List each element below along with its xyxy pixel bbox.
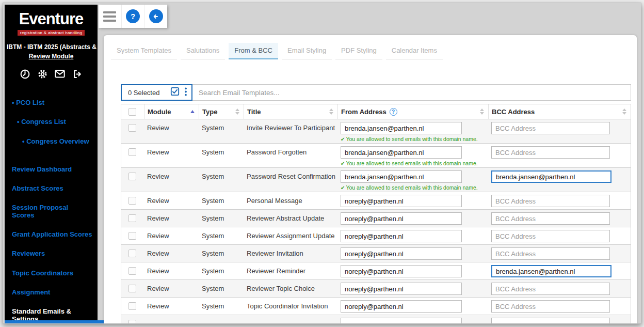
row-checkbox[interactable] xyxy=(128,214,136,222)
column-label: Module xyxy=(148,108,171,116)
tab-calendar-items[interactable]: Calendar Items xyxy=(386,43,443,59)
bcc-address-input[interactable] xyxy=(491,318,610,324)
sort-icon[interactable] xyxy=(235,108,239,115)
cell-title: Password Reset Confirmation xyxy=(244,168,337,185)
from-address-input[interactable] xyxy=(341,212,462,225)
row-checkbox[interactable] xyxy=(128,302,136,310)
sort-icon[interactable] xyxy=(622,108,626,115)
cell-bcc-address xyxy=(488,168,631,183)
row-checkbox[interactable] xyxy=(128,197,136,205)
bcc-address-input[interactable] xyxy=(491,265,611,277)
sort-ascending-icon[interactable] xyxy=(190,110,195,113)
sidebar-item-topic-coordinators[interactable]: Topic Coordinators xyxy=(12,270,92,277)
cell-module: Review xyxy=(144,245,199,262)
from-address-input[interactable] xyxy=(341,318,462,324)
column-header-type[interactable]: Type xyxy=(199,104,244,119)
sort-icon[interactable] xyxy=(480,108,484,115)
from-address-input[interactable] xyxy=(341,195,462,207)
tab-email-styling[interactable]: Email Styling xyxy=(282,43,332,59)
review-module-link[interactable]: Review Module xyxy=(5,53,98,60)
select-all-checkbox-icon[interactable] xyxy=(170,87,180,98)
cell-module: Review xyxy=(144,168,199,185)
table-body: ReviewSystemInvite Reviewer To Participa… xyxy=(121,119,631,324)
cell-title: Reviewer Assignment Update xyxy=(244,227,337,244)
bcc-address-input[interactable] xyxy=(491,283,610,295)
selection-dropdown[interactable]: 0 Selected xyxy=(121,84,192,101)
bcc-address-input[interactable] xyxy=(491,122,610,134)
bcc-address-input[interactable] xyxy=(491,212,610,225)
logo-wordmark: Eventure xyxy=(5,11,98,27)
back-button[interactable] xyxy=(144,5,167,28)
sort-icon[interactable] xyxy=(329,108,333,115)
table-row: ReviewSystemReviewer Abstract Update xyxy=(121,210,631,227)
column-label: From Address xyxy=(341,108,387,116)
row-checkbox[interactable] xyxy=(128,173,136,180)
sidebar-item-pco-list[interactable]: • PCO List xyxy=(12,99,92,106)
row-checkbox[interactable] xyxy=(128,320,136,324)
from-address-input[interactable] xyxy=(341,247,462,260)
sidebar-item-abstract-scores[interactable]: Abstract Scores xyxy=(12,185,92,192)
table-row: ReviewSystemReviewer Invitation xyxy=(121,245,631,262)
row-checkbox[interactable] xyxy=(128,267,136,275)
bcc-address-input[interactable] xyxy=(491,146,610,159)
help-button[interactable]: ? xyxy=(121,5,144,28)
logout-icon[interactable] xyxy=(72,68,83,80)
cell-title: Reviewer Invitation xyxy=(244,245,337,262)
table-header: ModuleTypeTitleFrom Address?BCC Address xyxy=(121,104,631,119)
sidebar-item-review-dashboard[interactable]: Review Dashboard xyxy=(12,166,92,173)
tab-salutations[interactable]: Salutations xyxy=(181,43,225,59)
bcc-address-input[interactable] xyxy=(491,170,611,183)
tab-system-templates[interactable]: System Templates xyxy=(111,43,177,59)
bcc-address-input[interactable] xyxy=(491,195,610,207)
settings-gear-icon[interactable] xyxy=(37,68,48,80)
sidebar-icon-row xyxy=(5,68,98,80)
from-address-input[interactable] xyxy=(341,300,462,313)
from-address-input[interactable] xyxy=(341,146,462,159)
sidebar-item-grant-application-scores[interactable]: Grant Application Scores xyxy=(12,231,92,238)
row-checkbox[interactable] xyxy=(128,285,136,292)
kebab-menu-icon[interactable] xyxy=(184,87,187,98)
row-checkbox-cell xyxy=(121,298,144,310)
sidebar-item-reviewers[interactable]: Reviewers xyxy=(12,250,92,257)
bcc-address-input[interactable] xyxy=(491,247,610,260)
from-address-input[interactable] xyxy=(341,283,462,295)
row-checkbox[interactable] xyxy=(128,148,136,156)
from-address-input[interactable] xyxy=(341,230,462,242)
app-window: Eventure registration & abstract handlin… xyxy=(3,3,641,324)
cell-from-address xyxy=(337,227,488,242)
menu-button[interactable] xyxy=(99,5,121,28)
sidebar-item-assignment[interactable]: Assignment xyxy=(12,289,92,296)
cell-type: System xyxy=(199,227,244,244)
row-checkbox[interactable] xyxy=(128,250,136,257)
row-checkbox[interactable] xyxy=(128,232,136,240)
row-checkbox[interactable] xyxy=(128,124,136,132)
tab-from-bcc[interactable]: From & BCC xyxy=(229,43,278,59)
sidebar-item-congress-list[interactable]: • Congress List xyxy=(17,118,92,126)
bcc-address-input[interactable] xyxy=(491,230,610,242)
column-header-from-address[interactable]: From Address? xyxy=(337,104,488,119)
search-input[interactable] xyxy=(192,84,631,101)
cell-bcc-address xyxy=(488,210,631,225)
cell-bcc-address xyxy=(488,119,631,134)
domain-validation-message: ✔You are allowed to send emails with thi… xyxy=(341,160,484,166)
sidebar-item-session-proposal-scores[interactable]: Session Proposal Scores xyxy=(12,204,92,219)
select-all-row-checkbox[interactable] xyxy=(128,108,136,116)
from-address-input[interactable] xyxy=(341,170,462,183)
mail-icon[interactable] xyxy=(54,68,66,80)
column-header-module[interactable]: Module xyxy=(144,104,199,119)
header-checkbox-cell xyxy=(121,104,144,119)
bcc-address-input[interactable] xyxy=(491,300,610,313)
tab-pdf-styling[interactable]: PDF Styling xyxy=(335,43,382,59)
column-header-bcc-address[interactable]: BCC Address xyxy=(488,104,631,119)
column-label: BCC Address xyxy=(492,108,535,116)
cell-bcc-address xyxy=(488,144,631,159)
cell-from-address xyxy=(337,280,488,295)
from-address-input[interactable] xyxy=(341,265,462,277)
from-address-help-icon[interactable]: ? xyxy=(390,108,397,116)
menu-icon xyxy=(103,11,116,22)
from-address-input[interactable] xyxy=(341,122,462,134)
column-header-title[interactable]: Title xyxy=(244,104,337,119)
history-icon[interactable] xyxy=(19,68,30,80)
sidebar-item-congress-overview[interactable]: • Congress Overview xyxy=(22,138,92,145)
sidebar-nav: • PCO List• Congress List• Congress Over… xyxy=(5,99,98,324)
